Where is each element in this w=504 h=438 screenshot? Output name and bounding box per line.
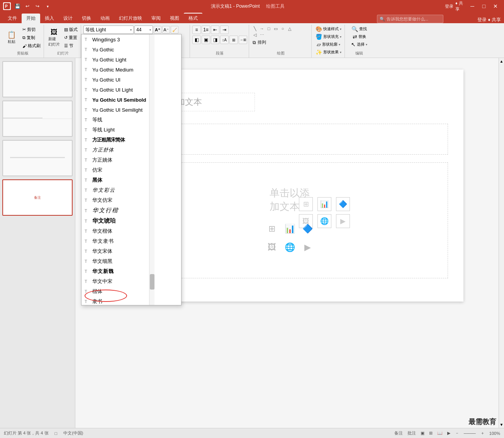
tab-insert[interactable]: 插入 xyxy=(40,14,59,23)
minimize-button[interactable]: ─ xyxy=(467,1,478,12)
shape-oval[interactable]: ○ xyxy=(279,26,286,32)
quick-styles-button[interactable]: 🎨 快速样式 ▾ xyxy=(314,26,343,32)
font-list[interactable]: TWingdings 3TYu GothicTYu Gothic LightTY… xyxy=(81,34,149,305)
font-item[interactable]: T华文仿宋 xyxy=(81,195,149,205)
shape-line[interactable]: ╲ xyxy=(251,26,258,32)
share-label[interactable]: ♦ 共享 xyxy=(488,17,501,23)
tab-home[interactable]: 开始 xyxy=(22,14,40,23)
font-item[interactable]: T华文琥珀 xyxy=(81,216,149,226)
insert-video-icon[interactable]: ▶ xyxy=(300,240,314,254)
redo-button[interactable]: ↪ xyxy=(33,2,42,10)
zoom-bar[interactable]: ──── xyxy=(464,431,476,436)
font-dropdown-scrollbar[interactable] xyxy=(149,34,154,305)
close-button[interactable]: ✕ xyxy=(490,1,501,12)
scroll-up-arrow[interactable]: ▲ xyxy=(499,58,504,65)
find-button[interactable]: 🔍 查找 xyxy=(350,26,368,32)
font-item[interactable]: TYu Gothic UI Light xyxy=(81,85,149,95)
font-item[interactable]: TYu Gothic xyxy=(81,44,149,55)
indent-decrease-button[interactable]: ⇤ xyxy=(211,26,219,34)
tab-view[interactable]: 视图 xyxy=(165,14,184,23)
insert-chart-icon[interactable]: 📊 xyxy=(283,222,297,236)
new-slide-button[interactable]: 🖼 新建幻灯片 xyxy=(46,27,62,48)
tab-slideshow[interactable]: 幻灯片放映 xyxy=(114,14,147,23)
smartart-button[interactable]: →⊞ xyxy=(239,36,247,44)
font-item[interactable]: T等线 Light xyxy=(81,125,149,135)
insert-table-icon[interactable]: ⊞ xyxy=(265,222,279,236)
align-center-button[interactable]: ▣ xyxy=(202,36,210,44)
numbered-list-button[interactable]: 1≡ xyxy=(202,26,210,34)
font-item[interactable]: T华文宋体 xyxy=(81,246,149,256)
ribbon-search[interactable]: 🔍 xyxy=(377,15,443,23)
insert-web-icon[interactable]: 🌐 xyxy=(283,240,297,254)
tab-review[interactable]: 审阅 xyxy=(147,14,165,23)
font-item[interactable]: TYu Gothic Medium xyxy=(81,65,149,75)
tab-file[interactable]: 文件 xyxy=(3,14,22,23)
font-item[interactable]: T华文细黑 xyxy=(81,256,149,266)
clear-format-button[interactable]: 🧹 xyxy=(171,26,178,34)
align-right-button[interactable]: ◨ xyxy=(211,36,219,44)
paste-button[interactable]: 📋 粘贴 xyxy=(3,30,20,46)
font-item[interactable]: T华文彩云 xyxy=(81,185,149,195)
shape-more[interactable]: ⋯ xyxy=(258,32,265,38)
reset-button[interactable]: ↺ 重置 xyxy=(63,34,79,41)
indent-increase-button[interactable]: ⇥ xyxy=(220,26,229,34)
tab-design[interactable]: 设计 xyxy=(59,14,77,23)
bullet-list-button[interactable]: ≡ xyxy=(192,26,201,34)
text-direction-button[interactable]: ↕A xyxy=(220,36,229,44)
font-item[interactable]: T方正粗黑宋简体 xyxy=(81,135,149,145)
save-button[interactable]: 💾 xyxy=(13,2,22,10)
font-item[interactable]: T楷体 xyxy=(81,286,149,297)
notes-button[interactable]: 备注 xyxy=(394,430,403,436)
slide-item-2[interactable]: 2 xyxy=(2,101,73,137)
font-item[interactable]: T方正姚体 xyxy=(81,155,149,165)
canvas-scrollbar[interactable]: ▲ ▼ xyxy=(499,58,504,428)
cut-button[interactable]: ✂ 剪切 xyxy=(21,26,42,33)
font-item[interactable]: T仿宋 xyxy=(81,165,149,175)
font-item[interactable]: T华文楷体 xyxy=(81,226,149,236)
format-painter-button[interactable]: 🖌 格式刷 xyxy=(21,42,42,49)
slide-item-1[interactable]: 1 xyxy=(2,61,73,97)
tab-transitions[interactable]: 切换 xyxy=(77,14,96,23)
zoom-in[interactable]: ＋ xyxy=(480,430,485,436)
font-item[interactable]: T黑体 xyxy=(81,175,149,185)
login-button[interactable]: 登录 xyxy=(444,1,455,12)
font-name-selector[interactable]: 等线 Light ▾ xyxy=(83,26,134,34)
tab-format[interactable]: 格式 xyxy=(184,13,202,23)
font-item[interactable]: T华文中宋 xyxy=(81,276,149,286)
font-item[interactable]: T华文隶书 xyxy=(81,236,149,246)
slide-item-3[interactable]: 3 xyxy=(2,140,73,176)
font-item[interactable]: T隶书 xyxy=(81,297,149,305)
insert-smartart-icon[interactable]: 🔷 xyxy=(300,222,314,236)
align-left-button[interactable]: ◧ xyxy=(192,36,201,44)
layout-button[interactable]: ▤ 版式 xyxy=(63,26,79,33)
copy-button[interactable]: ⧉ 复制 xyxy=(21,34,42,41)
shape-effect-button[interactable]: ✨ 形状效果 ▾ xyxy=(314,49,343,56)
view-reading[interactable]: 📖 xyxy=(437,431,443,436)
tab-animations[interactable]: 动画 xyxy=(96,14,114,23)
view-slideshow[interactable]: ▶ xyxy=(447,431,450,436)
font-item[interactable]: TYu Gothic UI Semilight xyxy=(81,105,149,115)
font-item[interactable]: T华文行楷 xyxy=(81,205,149,216)
font-item[interactable]: TYu Gothic UI Semibold xyxy=(81,95,149,105)
scroll-down-arrow[interactable]: ▼ xyxy=(499,421,504,428)
zoom-out[interactable]: － xyxy=(455,430,459,436)
shape-rect2[interactable]: ▭ xyxy=(272,26,279,32)
share-button[interactable]: ♦ 共享 xyxy=(455,1,466,12)
shape-arrow[interactable]: → xyxy=(258,26,265,32)
replace-button[interactable]: ⇄ 替换 xyxy=(351,33,368,40)
view-normal[interactable]: ▣ xyxy=(421,431,424,436)
view-slidesorter[interactable]: ⊞ xyxy=(429,431,433,436)
font-decrease-button[interactable]: A⁻ xyxy=(162,26,170,34)
section-button[interactable]: ☰ 节 xyxy=(63,42,79,49)
shape-rect[interactable]: □ xyxy=(265,26,272,32)
undo-button[interactable]: ↩ xyxy=(23,2,32,10)
login-label[interactable]: 登录 xyxy=(477,17,487,23)
slide-item-4[interactable]: 4 备注 xyxy=(2,179,73,216)
shape-tri[interactable]: △ xyxy=(286,26,293,32)
shape-outline-button[interactable]: ▱ 形状轮廓 ▾ xyxy=(315,41,342,48)
comments-button[interactable]: 批注 xyxy=(407,430,416,436)
font-item[interactable]: TWingdings 3 xyxy=(81,34,149,44)
select-button[interactable]: ↖ 选择 ▾ xyxy=(350,41,369,48)
quick-access-more[interactable]: ▾ xyxy=(43,2,52,10)
arrange-button[interactable]: ⧉ 排列 xyxy=(251,39,267,46)
